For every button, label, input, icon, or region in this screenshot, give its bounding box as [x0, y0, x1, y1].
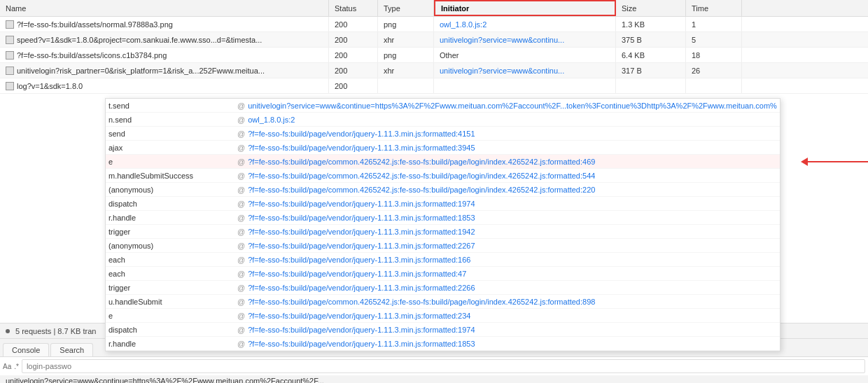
callstack-link[interactable]: ?f=fe-sso-fs:build/page/vendor/jquery-1.…	[248, 130, 475, 138]
cell-type: xhr	[378, 63, 434, 78]
cell-type	[378, 78, 434, 93]
callstack-entry[interactable]: (anonymous) @ ?f=fe-sso-fs:build/page/ve…	[106, 239, 780, 253]
callstack-link[interactable]: ?f=fe-sso-fs:build/page/common.4265242.j…	[248, 172, 595, 180]
callstack-entry[interactable]: dispatch @ ?f=fe-sso-fs:build/page/vendo…	[106, 323, 780, 337]
header-col-size[interactable]: Size	[616, 0, 686, 16]
header-col-type[interactable]: Type	[378, 0, 434, 16]
callstack-link[interactable]: owl_1.8.0.js:2	[248, 116, 295, 124]
callstack-entry[interactable]: trigger @ ?f=fe-sso-fs:build/page/vendor…	[106, 225, 780, 239]
arrow-indicator	[801, 158, 868, 166]
callstack-link[interactable]: unitivelogin?service=www&continue=https%…	[248, 102, 777, 110]
callstack-link[interactable]: ?f=fe-sso-fs:build/page/vendor/jquery-1.…	[248, 312, 470, 320]
callstack-entry[interactable]: u.handleSubmit @ ?f=fe-sso-fs:build/page…	[106, 295, 780, 309]
callstack-fn: u.handleSubmit	[108, 298, 234, 306]
callstack-link[interactable]: ?f=fe-sso-fs:build/page/vendor/jquery-1.…	[248, 200, 475, 208]
callstack-link[interactable]: ?f=fe-sso-fs:build/page/common.4265242.j…	[248, 158, 595, 166]
cell-time: 1	[686, 17, 742, 32]
callstack-fn: t.send	[108, 102, 234, 110]
regex-icon: .*	[14, 363, 19, 370]
table-row[interactable]: ?f=fe-sso-fs:build/assets/normal.97888a3…	[0, 17, 868, 32]
callstack-entry[interactable]: t.send @ unitivelogin?service=www&contin…	[106, 99, 780, 113]
file-icon	[6, 67, 14, 75]
table-row[interactable]: speed?v=1&sdk=1.8.0&project=com.sankuai.…	[0, 32, 868, 48]
callstack-fn: n.send	[108, 116, 234, 124]
network-rows: ?f=fe-sso-fs:build/assets/normal.97888a3…	[0, 17, 868, 94]
cell-name: ?f=fe-sso-fs:build/assets/icons.c1b3784.…	[0, 48, 329, 62]
callstack-entry[interactable]: each @ ?f=fe-sso-fs:build/page/vendor/jq…	[106, 253, 780, 267]
callstack-link[interactable]: ?f=fe-sso-fs:build/page/vendor/jquery-1.…	[248, 326, 475, 334]
arrow-line	[808, 161, 868, 162]
cell-size: 6.4 KB	[616, 48, 686, 62]
cell-initiator[interactable]: unitivelogin?service=www&continu...	[434, 63, 616, 78]
callstack-fn: dispatch	[108, 326, 234, 334]
table-row[interactable]: log?v=1&sdk=1.8.0 200	[0, 78, 868, 94]
cell-initiator	[434, 78, 616, 93]
console-input-row: Aa .*	[0, 357, 868, 375]
network-header: Name Status Type Initiator Size Time	[0, 0, 868, 17]
status-dot	[6, 329, 10, 333]
callstack-entry[interactable]: r.handle @ ?f=fe-sso-fs:build/page/vendo…	[106, 337, 780, 351]
console-search-input[interactable]	[22, 359, 865, 373]
cell-size	[616, 78, 686, 93]
cell-status: 200	[329, 32, 378, 47]
header-col-initiator[interactable]: Initiator	[434, 0, 616, 16]
file-icon	[6, 51, 14, 60]
callstack-link[interactable]: ?f=fe-sso-fs:build/page/vendor/jquery-1.…	[248, 256, 470, 264]
cell-type: xhr	[378, 32, 434, 47]
tab-console[interactable]: Console	[3, 343, 49, 356]
callstack-link[interactable]: ?f=fe-sso-fs:build/page/vendor/jquery-1.…	[248, 214, 475, 222]
cell-status: 200	[329, 48, 378, 62]
callstack-popup: t.send @ unitivelogin?service=www&contin…	[105, 98, 780, 351]
callstack-link[interactable]: ?f=fe-sso-fs:build/page/vendor/jquery-1.…	[248, 284, 475, 292]
callstack-fn: e	[108, 158, 234, 166]
tab-search[interactable]: Search	[50, 343, 93, 356]
cell-initiator: Other	[434, 48, 616, 62]
callstack-link[interactable]: ?f=fe-sso-fs:build/page/vendor/jquery-1.…	[248, 340, 475, 348]
callstack-link[interactable]: ?f=fe-sso-fs:build/page/vendor/jquery-1.…	[248, 242, 475, 250]
callstack-link[interactable]: ?f=fe-sso-fs:build/page/common.4265242.j…	[248, 186, 595, 194]
callstack-entry[interactable]: n.send @ owl_1.8.0.js:2	[106, 113, 780, 127]
callstack-fn: e	[108, 312, 234, 320]
callstack-entry-highlighted[interactable]: e @ ?f=fe-sso-fs:build/page/common.42652…	[106, 155, 780, 169]
callstack-entry[interactable]: e @ ?f=fe-sso-fs:build/page/vendor/jquer…	[106, 309, 780, 323]
header-col-name[interactable]: Name	[0, 0, 329, 16]
cell-type: png	[378, 17, 434, 32]
callstack-link[interactable]: ?f=fe-sso-fs:build/page/vendor/jquery-1.…	[248, 144, 475, 152]
callstack-fn: each	[108, 256, 234, 264]
callstack-fn: r.handle	[108, 340, 234, 348]
header-col-time[interactable]: Time	[686, 0, 742, 16]
cell-initiator[interactable]: unitivelogin?service=www&continu...	[434, 32, 616, 47]
callstack-entry[interactable]: ajax @ ?f=fe-sso-fs:build/page/vendor/jq…	[106, 141, 780, 155]
callstack-entry[interactable]: each @ ?f=fe-sso-fs:build/page/vendor/jq…	[106, 267, 780, 281]
callstack-entry[interactable]: send @ ?f=fe-sso-fs:build/page/vendor/jq…	[106, 127, 780, 141]
callstack-fn: (anonymous)	[108, 186, 234, 194]
cell-size: 1.3 KB	[616, 17, 686, 32]
table-row[interactable]: unitivelogin?risk_partner=0&risk_platfor…	[0, 63, 868, 78]
callstack-fn: (anonymous)	[108, 242, 234, 250]
callstack-link[interactable]: ?f=fe-sso-fs:build/page/vendor/jquery-1.…	[248, 228, 475, 236]
aa-icon: Aa	[3, 363, 11, 370]
callstack-fn: ajax	[108, 144, 234, 152]
callstack-entry[interactable]: (anonymous) @ ?f=fe-sso-fs:build/page/co…	[106, 183, 780, 197]
header-col-status[interactable]: Status	[329, 0, 378, 16]
bottom-url-text: unitivelogin?service=www&continue=https%…	[0, 375, 868, 383]
file-icon	[6, 20, 14, 29]
callstack-entry[interactable]: trigger @ ?f=fe-sso-fs:build/page/vendor…	[106, 281, 780, 295]
cell-size: 375 B	[616, 32, 686, 47]
callstack-fn: dispatch	[108, 200, 234, 208]
cell-name: log?v=1&sdk=1.8.0	[0, 78, 329, 93]
callstack-entry[interactable]: dispatch @ ?f=fe-sso-fs:build/page/vendo…	[106, 197, 780, 211]
arrow-head	[801, 158, 808, 166]
cell-name: ?f=fe-sso-fs:build/assets/normal.97888a3…	[0, 17, 329, 32]
callstack-entry[interactable]: r.handle @ ?f=fe-sso-fs:build/page/vendo…	[106, 211, 780, 225]
cell-time	[686, 78, 742, 93]
cell-type: png	[378, 48, 434, 62]
callstack-link[interactable]: ?f=fe-sso-fs:build/page/vendor/jquery-1.…	[248, 270, 466, 278]
cell-status: 200	[329, 17, 378, 32]
table-row[interactable]: ?f=fe-sso-fs:build/assets/icons.c1b3784.…	[0, 48, 868, 63]
file-icon	[6, 82, 14, 90]
callstack-fn: each	[108, 270, 234, 278]
callstack-entry[interactable]: m.handleSubmitSuccess @ ?f=fe-sso-fs:bui…	[106, 169, 780, 183]
cell-initiator[interactable]: owl_1.8.0.js:2	[434, 17, 616, 32]
callstack-link[interactable]: ?f=fe-sso-fs:build/page/common.4265242.j…	[248, 298, 595, 306]
